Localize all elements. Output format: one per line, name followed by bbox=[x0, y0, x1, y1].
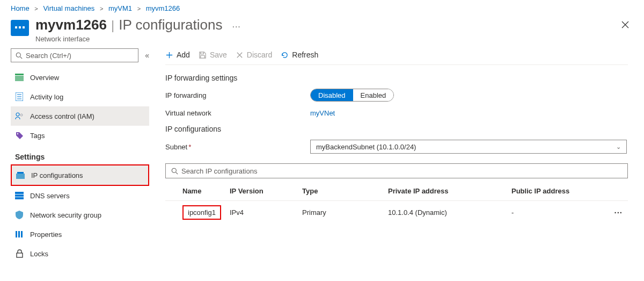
main-content: Add Save Discard Refresh IP forwarding s… bbox=[156, 48, 644, 263]
svg-rect-20 bbox=[18, 231, 20, 237]
row-actions-button[interactable]: ··· bbox=[601, 208, 623, 217]
cell-ipversion: IPv4 bbox=[230, 208, 302, 217]
col-header-public-ip[interactable]: Public IP address bbox=[511, 187, 601, 195]
svg-line-4 bbox=[20, 56, 23, 59]
ip-forwarding-section-title: IP forwarding settings bbox=[165, 74, 628, 82]
properties-icon bbox=[15, 230, 24, 239]
discard-icon bbox=[236, 51, 244, 59]
search-icon bbox=[171, 168, 178, 175]
svg-rect-6 bbox=[15, 76, 24, 81]
svg-rect-15 bbox=[17, 172, 24, 174]
filter-placeholder: Search IP configurations bbox=[181, 167, 257, 175]
search-icon bbox=[16, 52, 23, 59]
col-header-type[interactable]: Type bbox=[302, 187, 388, 195]
refresh-icon bbox=[281, 51, 289, 59]
sidebar-search-input[interactable]: Search (Ctrl+/) bbox=[11, 48, 138, 62]
svg-rect-19 bbox=[16, 231, 17, 237]
ip-configurations-section-title: IP configurations bbox=[165, 125, 628, 133]
breadcrumb-home[interactable]: Home bbox=[11, 4, 30, 12]
table-header-row: Name IP Version Type Private IP address … bbox=[165, 182, 628, 201]
highlight-ipconfig1: ipconfig1 bbox=[182, 205, 221, 220]
virtual-network-label: Virtual network bbox=[165, 109, 310, 117]
close-icon bbox=[621, 21, 629, 28]
svg-rect-17 bbox=[15, 194, 24, 197]
virtual-network-link[interactable]: myVNet bbox=[310, 109, 335, 117]
svg-rect-2 bbox=[23, 26, 25, 28]
iam-icon bbox=[15, 112, 24, 120]
svg-rect-14 bbox=[16, 174, 25, 179]
plus-icon bbox=[165, 51, 173, 59]
command-bar: Add Save Discard Refresh bbox=[165, 48, 628, 65]
ip-config-icon bbox=[16, 171, 25, 179]
ip-forwarding-toggle[interactable]: Disabled Enabled bbox=[310, 89, 394, 102]
breadcrumb: Home > Virtual machines > myVM1 > myvm12… bbox=[0, 0, 644, 15]
svg-rect-22 bbox=[17, 253, 23, 257]
sidebar-item-ip-configurations[interactable]: IP configurations bbox=[12, 165, 148, 185]
title-divider: | bbox=[111, 18, 114, 33]
chevron-right-icon: > bbox=[34, 5, 38, 12]
subnet-label: Subnet* bbox=[165, 143, 310, 151]
svg-rect-16 bbox=[15, 192, 24, 194]
page-title: myvm1266 bbox=[35, 17, 107, 33]
svg-rect-21 bbox=[21, 231, 23, 237]
page-section-title: IP configurations bbox=[119, 17, 222, 33]
sidebar: Search (Ctrl+/) « Overview Activity log … bbox=[0, 48, 156, 263]
svg-rect-1 bbox=[19, 26, 21, 28]
save-icon bbox=[199, 51, 207, 59]
breadcrumb-vm1[interactable]: myVM1 bbox=[108, 4, 132, 12]
toggle-enabled[interactable]: Enabled bbox=[353, 89, 394, 101]
col-header-private-ip[interactable]: Private IP address bbox=[388, 187, 511, 195]
highlight-ip-configurations: IP configurations bbox=[11, 164, 149, 186]
sidebar-item-activity-log[interactable]: Activity log bbox=[11, 87, 149, 106]
sidebar-section-settings: Settings bbox=[11, 145, 149, 164]
chevron-right-icon: > bbox=[100, 5, 103, 12]
sidebar-item-access-control[interactable]: Access control (IAM) bbox=[11, 106, 149, 126]
tags-icon bbox=[15, 131, 24, 140]
collapse-sidebar-button[interactable]: « bbox=[145, 51, 149, 60]
discard-button[interactable]: Discard bbox=[236, 51, 272, 59]
ip-config-table: Name IP Version Type Private IP address … bbox=[165, 182, 628, 224]
chevron-down-icon: ⌄ bbox=[616, 143, 621, 150]
overview-icon bbox=[15, 73, 24, 82]
breadcrumb-vms[interactable]: Virtual machines bbox=[43, 4, 94, 12]
ip-config-filter-input[interactable]: Search IP configurations bbox=[165, 163, 628, 178]
subnet-selected-value: myBackendSubnet (10.1.0.0/24) bbox=[316, 143, 416, 151]
col-header-name[interactable]: Name bbox=[171, 187, 230, 195]
shield-icon bbox=[15, 211, 24, 219]
cell-public-ip: - bbox=[511, 208, 601, 217]
cell-private-ip: 10.1.0.4 (Dynamic) bbox=[388, 208, 511, 217]
chevron-right-icon: > bbox=[137, 5, 141, 12]
svg-rect-5 bbox=[15, 74, 24, 75]
svg-point-11 bbox=[16, 113, 19, 116]
cell-type: Primary bbox=[302, 208, 388, 217]
breadcrumb-nic[interactable]: myvm1266 bbox=[146, 4, 180, 12]
sidebar-item-properties[interactable]: Properties bbox=[11, 225, 149, 244]
svg-point-13 bbox=[17, 133, 18, 134]
dns-icon bbox=[15, 191, 24, 200]
close-button[interactable] bbox=[617, 17, 633, 35]
svg-line-24 bbox=[176, 172, 178, 174]
more-actions-button[interactable]: ··· bbox=[230, 20, 243, 34]
lock-icon bbox=[15, 249, 24, 258]
col-header-ipversion[interactable]: IP Version bbox=[230, 187, 302, 195]
network-interface-icon bbox=[11, 20, 29, 36]
page-header: myvm1266 | IP configurations ··· Network… bbox=[0, 15, 644, 48]
sidebar-search-placeholder: Search (Ctrl+/) bbox=[26, 52, 71, 60]
cell-name: ipconfig1 bbox=[171, 205, 230, 220]
sidebar-item-overview[interactable]: Overview bbox=[11, 68, 149, 87]
subnet-dropdown[interactable]: myBackendSubnet (10.1.0.0/24) ⌄ bbox=[310, 140, 627, 154]
sidebar-item-locks[interactable]: Locks bbox=[11, 244, 149, 263]
sidebar-item-dns-servers[interactable]: DNS servers bbox=[11, 186, 149, 205]
sidebar-item-tags[interactable]: Tags bbox=[11, 126, 149, 145]
svg-point-12 bbox=[20, 114, 23, 116]
refresh-button[interactable]: Refresh bbox=[281, 51, 318, 59]
sidebar-item-nsg[interactable]: Network security group bbox=[11, 205, 149, 225]
svg-point-23 bbox=[172, 168, 176, 172]
ip-forwarding-label: IP forwarding bbox=[165, 91, 310, 99]
table-row[interactable]: ipconfig1 IPv4 Primary 10.1.0.4 (Dynamic… bbox=[165, 201, 628, 224]
svg-rect-0 bbox=[15, 26, 17, 28]
activity-log-icon bbox=[15, 92, 24, 101]
save-button[interactable]: Save bbox=[199, 51, 227, 59]
add-button[interactable]: Add bbox=[165, 51, 190, 59]
toggle-disabled[interactable]: Disabled bbox=[311, 89, 353, 101]
